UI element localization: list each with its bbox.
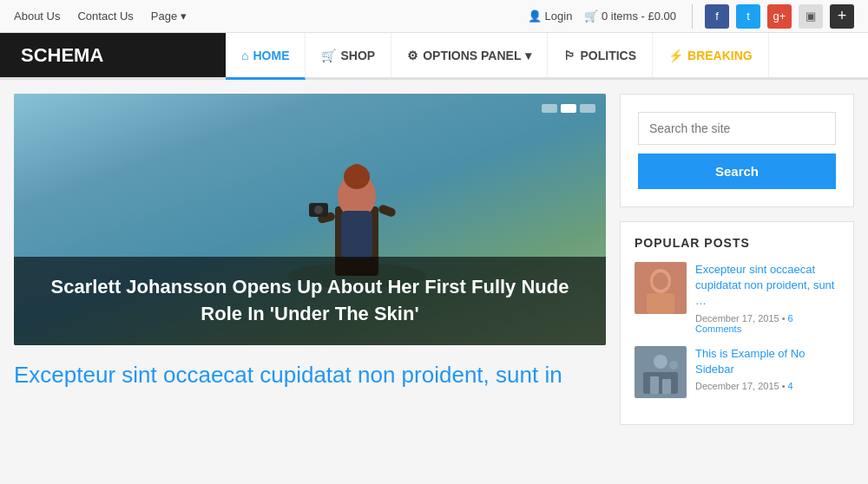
popular-post-thumb-2 (635, 346, 687, 398)
svg-rect-7 (341, 211, 372, 258)
popular-post-info-2: This is Example of No Sidebar December 1… (695, 346, 839, 398)
options-icon: ⚙ (407, 49, 418, 62)
search-button[interactable]: Search (638, 154, 836, 189)
popular-post-info-1: Excepteur sint occaecat cupidatat non pr… (695, 262, 839, 334)
more-social-button[interactable]: + (830, 4, 854, 29)
popular-post-image-2 (635, 346, 687, 398)
nav-item-options-panel[interactable]: ⚙ OPTIONS PANEL ▾ (391, 33, 548, 77)
lightning-icon: ⚡ (668, 49, 683, 62)
nav-item-home[interactable]: ⌂ HOME (226, 33, 306, 80)
nav-items: ⌂ HOME 🛒 SHOP ⚙ OPTIONS PANEL ▾ 🏳 POLITI… (226, 33, 769, 77)
shop-icon: 🛒 (321, 49, 336, 62)
user-icon: 👤 (528, 10, 542, 23)
slide-dot-3[interactable] (580, 104, 595, 113)
nav-item-breaking[interactable]: ⚡ BREAKING (653, 33, 769, 77)
page-dropdown-link[interactable]: Page ▾ (151, 10, 187, 23)
instagram-icon[interactable]: ▣ (799, 4, 823, 29)
popular-post-title-1[interactable]: Excepteur sint occaecat cupidatat non pr… (695, 262, 839, 310)
dropdown-chevron-icon: ▾ (525, 49, 531, 62)
svg-point-9 (314, 206, 323, 214)
about-us-link[interactable]: About Us (14, 10, 60, 23)
popular-post-title-2[interactable]: This is Example of No Sidebar (695, 346, 839, 377)
svg-rect-17 (662, 379, 671, 394)
svg-point-12 (653, 272, 668, 290)
google-plus-icon[interactable]: g+ (767, 4, 792, 29)
search-widget: Search (620, 94, 854, 207)
main-content: Scarlett Johansson Opens Up About Her Fi… (14, 94, 606, 425)
popular-posts-title: POPULAR POSTS (635, 236, 839, 250)
svg-rect-16 (650, 376, 659, 394)
popular-posts-widget: POPULAR POSTS Excepteur sint occaecat cu… (620, 221, 854, 425)
featured-title[interactable]: Scarlett Johansson Opens Up About Her Fi… (31, 274, 589, 328)
contact-us-link[interactable]: Contact Us (77, 10, 133, 23)
popular-post-item-2: This is Example of No Sidebar December 1… (635, 346, 839, 398)
top-bar-links: About Us Contact Us Page ▾ (14, 10, 187, 23)
cart-info[interactable]: 🛒 0 items - £0.00 (584, 10, 676, 23)
search-input[interactable] (638, 112, 836, 145)
popular-post-item: Excepteur sint occaecat cupidatat non pr… (635, 262, 839, 334)
featured-overlay: Scarlett Johansson Opens Up About Her Fi… (14, 257, 606, 345)
popular-post-thumb-1 (635, 262, 687, 314)
article-excerpt: Excepteur sint occaecat cupidatat non pr… (14, 345, 606, 390)
popular-post-meta-1: December 17, 2015 • 6 Comments (695, 313, 839, 334)
social-icons: f t g+ ▣ + (692, 4, 854, 29)
nav-item-politics[interactable]: 🏳 POLITICS (548, 33, 653, 77)
login-link[interactable]: 👤 Login (528, 10, 572, 23)
facebook-icon[interactable]: f (705, 4, 729, 29)
slide-indicators (542, 104, 595, 113)
top-bar: About Us Contact Us Page ▾ 👤 Login 🛒 0 i… (0, 0, 868, 33)
svg-rect-13 (647, 293, 674, 314)
svg-rect-6 (378, 204, 397, 218)
popular-post-comments-2[interactable]: 4 (788, 381, 793, 391)
svg-point-4 (349, 164, 365, 180)
main-nav: SCHEMA ⌂ HOME 🛒 SHOP ⚙ OPTIONS PANEL ▾ 🏳… (0, 33, 868, 80)
popular-post-image-1 (635, 262, 687, 314)
popular-post-meta-2: December 17, 2015 • 4 (695, 381, 839, 391)
featured-image[interactable]: Scarlett Johansson Opens Up About Her Fi… (14, 94, 606, 345)
content-wrapper: Scarlett Johansson Opens Up About Her Fi… (0, 80, 868, 439)
svg-point-19 (669, 361, 678, 370)
site-logo[interactable]: SCHEMA (0, 33, 226, 77)
slide-dot-1[interactable] (542, 104, 557, 113)
svg-rect-15 (643, 372, 678, 394)
sidebar: Search POPULAR POSTS Excepteur sint occa… (620, 94, 854, 425)
nav-item-shop[interactable]: 🛒 SHOP (306, 33, 391, 77)
slide-dot-2[interactable] (561, 104, 576, 113)
article-excerpt-link[interactable]: Excepteur sint occaecat cupidatat non pr… (14, 362, 562, 388)
cart-icon: 🛒 (584, 10, 598, 23)
home-icon: ⌂ (241, 49, 248, 62)
top-bar-right: 👤 Login 🛒 0 items - £0.00 f t g+ ▣ + (528, 4, 854, 29)
politics-icon: 🏳 (563, 49, 575, 62)
svg-point-18 (654, 355, 667, 369)
twitter-icon[interactable]: t (736, 4, 760, 29)
